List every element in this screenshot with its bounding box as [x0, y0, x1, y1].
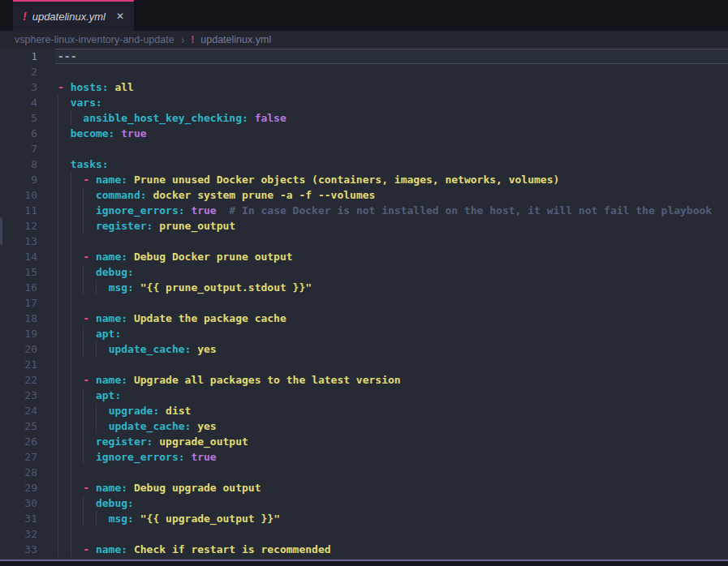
code-text[interactable]: - name: Debug Docker prune output	[55, 249, 728, 264]
line-number[interactable]: 16	[0, 280, 55, 295]
code-text[interactable]: debug:	[55, 495, 728, 511]
code-text[interactable]: - hosts: all	[55, 79, 728, 95]
line-number[interactable]: 13	[0, 234, 55, 249]
line-number[interactable]: 14	[0, 249, 55, 264]
code-text[interactable]: ignore_errors: true	[55, 449, 728, 465]
line-number[interactable]: 11	[0, 203, 55, 218]
line-number[interactable]: 22	[0, 372, 55, 388]
breadcrumb-folder[interactable]: vsphere-linux-inventory-and-update	[15, 34, 174, 45]
code-line-8[interactable]: 8 tasks:	[0, 157, 728, 172]
code-text[interactable]	[55, 234, 728, 249]
code-line-12[interactable]: 12 register: prune_output	[0, 218, 728, 234]
code-line-1[interactable]: 1---	[0, 49, 728, 64]
line-number[interactable]: 5	[0, 110, 55, 126]
code-line-13[interactable]: 13	[0, 234, 728, 249]
code-line-25[interactable]: 25 update_cache: yes	[0, 418, 728, 434]
code-line-10[interactable]: 10 command: docker system prune -a -f --…	[0, 187, 728, 203]
code-text[interactable]: tasks:	[55, 157, 728, 172]
code-line-24[interactable]: 24 upgrade: dist	[0, 403, 728, 418]
code-text[interactable]	[55, 357, 728, 372]
code-text[interactable]: msg: "{{ upgrade_output }}"	[55, 511, 728, 526]
line-number[interactable]: 32	[0, 526, 55, 542]
code-line-4[interactable]: 4 vars:	[0, 95, 728, 110]
code-text[interactable]: ignore_errors: true # In case Docker is …	[55, 203, 728, 218]
code-line-2[interactable]: 2	[0, 64, 728, 79]
code-text[interactable]: register: prune_output	[55, 218, 728, 234]
code-text[interactable]: msg: "{{ prune_output.stdout }}"	[55, 280, 728, 295]
code-line-23[interactable]: 23 apt:	[0, 388, 728, 403]
line-number[interactable]: 1	[0, 49, 55, 64]
line-number[interactable]: 24	[0, 403, 55, 418]
code-line-17[interactable]: 17	[0, 295, 728, 311]
line-number[interactable]: 20	[0, 341, 55, 357]
line-number[interactable]: 33	[0, 542, 55, 557]
code-line-21[interactable]: 21	[0, 357, 728, 372]
breadcrumb-file[interactable]: updatelinux.yml	[200, 34, 271, 45]
line-number[interactable]: 21	[0, 357, 55, 372]
code-text[interactable]: update_cache: yes	[55, 341, 728, 357]
code-line-7[interactable]: 7	[0, 141, 728, 157]
tab-updatelinux-yml[interactable]: ! updatelinux.yml ✕	[13, 0, 134, 31]
code-text[interactable]: command: docker system prune -a -f --vol…	[55, 187, 728, 203]
line-number[interactable]: 4	[0, 95, 55, 110]
code-line-20[interactable]: 20 update_cache: yes	[0, 341, 728, 357]
line-number[interactable]: 2	[0, 64, 55, 79]
code-line-3[interactable]: 3- hosts: all	[0, 79, 728, 95]
code-text[interactable]: update_cache: yes	[55, 418, 728, 434]
line-number[interactable]: 28	[0, 465, 55, 480]
code-line-14[interactable]: 14 - name: Debug Docker prune output	[0, 249, 728, 264]
code-line-6[interactable]: 6 become: true	[0, 126, 728, 141]
line-number[interactable]: 29	[0, 480, 55, 495]
code-text[interactable]	[55, 465, 728, 480]
code-text[interactable]: - name: Prune unused Docker objects (con…	[55, 172, 728, 187]
line-number[interactable]: 18	[0, 311, 55, 326]
line-number[interactable]: 8	[0, 157, 55, 172]
line-number[interactable]: 30	[0, 495, 55, 511]
code-text[interactable]	[55, 141, 728, 157]
code-line-19[interactable]: 19 apt:	[0, 326, 728, 341]
code-text[interactable]: ---	[55, 49, 728, 64]
code-text[interactable]	[55, 295, 728, 311]
code-line-29[interactable]: 29 - name: Debug upgrade output	[0, 480, 728, 495]
code-text[interactable]: - name: Check if restart is recommended	[55, 542, 728, 557]
code-text[interactable]: apt:	[55, 326, 728, 341]
code-line-32[interactable]: 32	[0, 526, 728, 542]
code-text[interactable]: become: true	[55, 126, 728, 141]
code-line-27[interactable]: 27 ignore_errors: true	[0, 449, 728, 465]
code-text[interactable]: - name: Debug upgrade output	[55, 480, 728, 495]
code-text[interactable]: vars:	[55, 95, 728, 110]
code-editor[interactable]: 1---23- hosts: all4 vars:5 ansible_host_…	[0, 49, 728, 557]
code-text[interactable]: - name: Upgrade all packages to the late…	[55, 372, 728, 388]
line-number[interactable]: 12	[0, 218, 55, 234]
code-text[interactable]	[55, 64, 728, 79]
code-text[interactable]: apt:	[55, 388, 728, 403]
code-line-18[interactable]: 18 - name: Update the package cache	[0, 311, 728, 326]
line-number[interactable]: 7	[0, 141, 55, 157]
code-text[interactable]: register: upgrade_output	[55, 434, 728, 449]
code-line-16[interactable]: 16 msg: "{{ prune_output.stdout }}"	[0, 280, 728, 295]
line-number[interactable]: 15	[0, 264, 55, 280]
line-number[interactable]: 3	[0, 79, 55, 95]
code-line-31[interactable]: 31 msg: "{{ upgrade_output }}"	[0, 511, 728, 526]
line-number[interactable]: 26	[0, 434, 55, 449]
code-line-28[interactable]: 28	[0, 465, 728, 480]
line-number[interactable]: 6	[0, 126, 55, 141]
close-icon[interactable]: ✕	[116, 11, 124, 22]
code-text[interactable]: upgrade: dist	[55, 403, 728, 418]
code-line-9[interactable]: 9 - name: Prune unused Docker objects (c…	[0, 172, 728, 187]
code-text[interactable]	[55, 526, 728, 542]
code-text[interactable]: debug:	[55, 264, 728, 280]
line-number[interactable]: 9	[0, 172, 55, 187]
line-number[interactable]: 10	[0, 187, 55, 203]
code-text[interactable]: ansible_host_key_checking: false	[55, 110, 728, 126]
code-line-5[interactable]: 5 ansible_host_key_checking: false	[0, 110, 728, 126]
line-number[interactable]: 31	[0, 511, 55, 526]
code-text[interactable]: - name: Update the package cache	[55, 311, 728, 326]
line-number[interactable]: 25	[0, 418, 55, 434]
code-line-15[interactable]: 15 debug:	[0, 264, 728, 280]
code-line-30[interactable]: 30 debug:	[0, 495, 728, 511]
line-number[interactable]: 27	[0, 449, 55, 465]
line-number[interactable]: 23	[0, 388, 55, 403]
code-line-11[interactable]: 11 ignore_errors: true # In case Docker …	[0, 203, 728, 218]
code-line-26[interactable]: 26 register: upgrade_output	[0, 434, 728, 449]
